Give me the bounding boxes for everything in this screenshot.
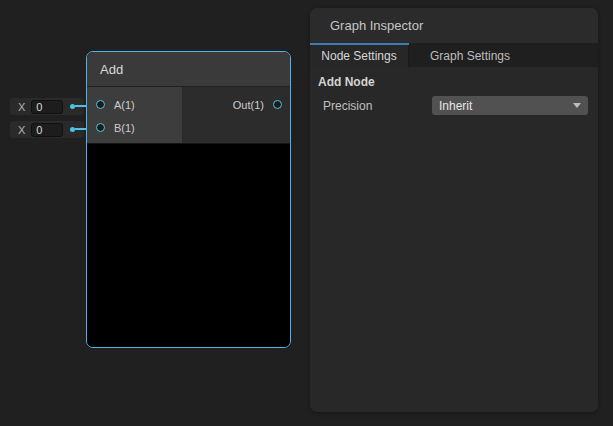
node-preview	[87, 143, 290, 347]
inspector-title: Graph Inspector	[330, 18, 423, 33]
inline-value-widget-b: X	[10, 121, 84, 138]
input-row-a: A(1)	[87, 93, 182, 116]
inspector-header[interactable]: Graph Inspector	[310, 8, 598, 43]
input-port-b-label: B(1)	[114, 122, 135, 134]
node-inputs-column: A(1) B(1)	[87, 87, 183, 143]
inline-value-input-a[interactable]	[31, 100, 63, 114]
inspector-tabbar: Node Settings Graph Settings	[310, 43, 598, 67]
node-ports: A(1) B(1) Out(1)	[87, 87, 290, 143]
graph-inspector-panel: Graph Inspector Node Settings Graph Sett…	[310, 8, 598, 412]
input-row-b: B(1)	[87, 116, 182, 139]
inline-value-input-b[interactable]	[31, 123, 63, 137]
precision-field-row: Precision Inherit	[318, 96, 588, 115]
tab-node-settings[interactable]: Node Settings	[310, 45, 409, 67]
inline-value-label: X	[18, 124, 25, 136]
section-title: Add Node	[318, 75, 588, 89]
output-row: Out(1)	[183, 93, 290, 116]
graph-canvas[interactable]: X X Add A(1) B(1)	[0, 0, 613, 426]
inline-value-widget-a: X	[10, 98, 84, 115]
node-outputs-column: Out(1)	[183, 87, 290, 143]
active-tab-accent-bar	[310, 43, 409, 45]
node-title: Add	[100, 62, 123, 77]
precision-dropdown-value: Inherit	[439, 99, 472, 113]
inspector-content: Add Node Precision Inherit	[310, 67, 598, 115]
inline-value-label: X	[18, 101, 25, 113]
output-port-label: Out(1)	[233, 99, 264, 111]
dropdown-caret-icon	[573, 103, 581, 108]
node-add[interactable]: Add A(1) B(1) Out(1)	[86, 51, 291, 348]
precision-dropdown[interactable]: Inherit	[432, 96, 588, 115]
tab-graph-settings-label: Graph Settings	[430, 49, 510, 63]
input-port-a-label: A(1)	[114, 99, 135, 111]
tab-graph-settings[interactable]: Graph Settings	[409, 45, 534, 67]
input-port-b-icon[interactable]	[96, 123, 105, 132]
input-port-a-icon[interactable]	[96, 100, 105, 109]
node-header[interactable]: Add	[87, 52, 290, 87]
tab-node-settings-label: Node Settings	[321, 49, 396, 63]
output-port-icon[interactable]	[273, 100, 282, 109]
precision-label: Precision	[318, 99, 432, 113]
